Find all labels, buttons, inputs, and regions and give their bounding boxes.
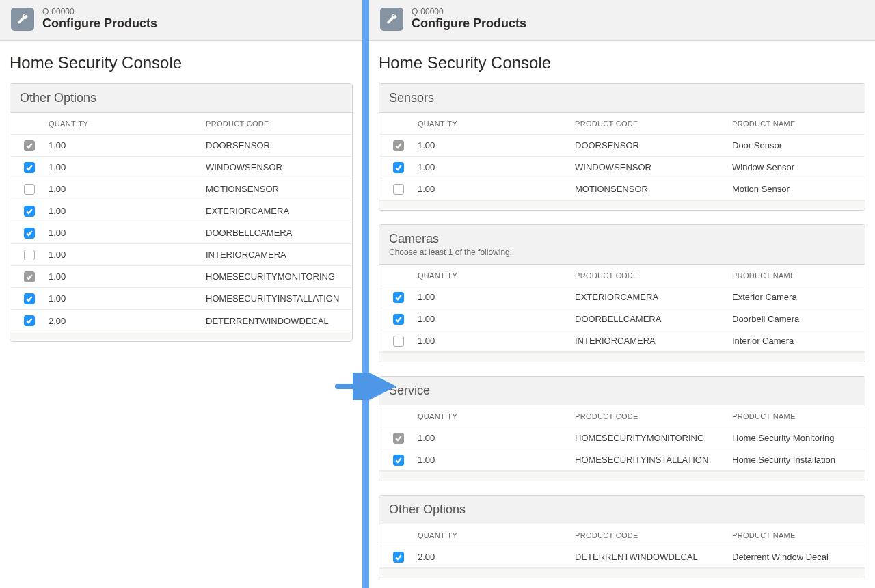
cell-quantity: 1.00 <box>415 310 572 328</box>
cell-quantity: 1.00 <box>415 180 572 198</box>
group-hint: Choose at least 1 of the following: <box>389 248 855 257</box>
group-footer <box>10 332 352 341</box>
cell-product-code: DOORSENSOR <box>203 136 352 155</box>
checkbox[interactable] <box>24 293 35 304</box>
col-product-code: PRODUCT CODE <box>572 407 729 426</box>
cell-quantity: 1.00 <box>46 267 203 286</box>
table-row: 1.00 HOMESECURITYMONITORING Home Securit… <box>379 427 865 449</box>
page-title-header: Configure Products <box>42 16 157 31</box>
checkbox[interactable] <box>393 552 404 563</box>
group-name: Sensors <box>389 91 855 105</box>
col-quantity: QUANTITY <box>415 266 572 285</box>
checkbox[interactable] <box>24 315 35 326</box>
cell-quantity: 1.00 <box>415 288 572 306</box>
col-product-code: PRODUCT CODE <box>572 526 729 545</box>
cell-product-name: Interior Camera <box>729 332 865 350</box>
col-quantity: QUANTITY <box>46 114 203 133</box>
group-footer <box>379 471 865 481</box>
cell-product-code: MOTIONSENSOR <box>203 180 352 198</box>
cell-product-code: WINDOWSENSOR <box>203 158 352 176</box>
table-row: 1.00 HOMESECURITYINSTALLATION <box>10 288 352 310</box>
group: Sensors QUANTITY PRODUCT CODE PRODUCT NA… <box>379 83 865 211</box>
checkbox <box>393 433 404 444</box>
table-row: 1.00 DOORSENSOR Door Sensor <box>379 135 865 157</box>
cell-product-code: DETERRENTWINDOWDECAL <box>572 548 729 566</box>
checkbox[interactable] <box>393 455 404 466</box>
panel-divider <box>362 0 369 588</box>
page-title: Home Security Console <box>10 53 353 72</box>
cell-product-name: Home Security Monitoring <box>729 429 865 447</box>
group-header: Sensors <box>379 84 865 113</box>
cell-quantity: 1.00 <box>415 429 572 447</box>
checkbox[interactable] <box>24 162 35 173</box>
cell-quantity: 1.00 <box>415 158 572 176</box>
cell-quantity: 1.00 <box>415 332 572 350</box>
table-row: 1.00 DOORBELLCAMERA Doorbell Camera <box>379 308 865 330</box>
checkbox <box>24 140 35 151</box>
table-row: 1.00 DOORBELLCAMERA <box>10 222 352 244</box>
cell-product-name: Doorbell Camera <box>729 310 865 328</box>
cell-quantity: 1.00 <box>46 202 203 220</box>
group-other-options: Other Options QUANTITY PRODUCT CODE 1.00… <box>10 83 353 342</box>
breadcrumb: Q-00000 <box>412 7 526 16</box>
cell-product-code: EXTERIORCAMERA <box>203 202 352 220</box>
group-header: Other Options <box>379 496 865 524</box>
checkbox[interactable] <box>393 184 404 195</box>
group-name: Other Options <box>20 91 342 105</box>
group-header: Service <box>379 377 865 405</box>
cell-product-code: HOMESECURITYINSTALLATION <box>203 289 352 308</box>
cell-quantity: 1.00 <box>46 158 203 176</box>
checkbox <box>393 140 404 151</box>
col-quantity: QUANTITY <box>415 407 572 426</box>
table-row: 1.00 WINDOWSENSOR Window Sensor <box>379 157 865 178</box>
breadcrumb: Q-00000 <box>42 7 157 16</box>
checkbox <box>24 271 35 282</box>
table-row: 1.00 HOMESECURITYMONITORING <box>10 266 352 288</box>
checkbox[interactable] <box>24 206 35 217</box>
checkbox[interactable] <box>393 336 404 347</box>
cell-product-code: WINDOWSENSOR <box>572 158 729 176</box>
cell-product-code: HOMESECURITYINSTALLATION <box>572 451 729 469</box>
header: Q-00000 Configure Products <box>0 0 362 41</box>
table-row: 1.00 EXTERIORCAMERA Exterior Camera <box>379 286 865 308</box>
group-name: Other Options <box>389 503 855 517</box>
cell-quantity: 1.00 <box>415 136 572 155</box>
cell-quantity: 1.00 <box>46 136 203 155</box>
col-product-name: PRODUCT NAME <box>729 266 865 285</box>
wrench-icon <box>11 8 34 31</box>
group-footer <box>379 352 865 362</box>
table-row: 1.00 EXTERIORCAMERA <box>10 200 352 222</box>
table-row: 1.00 MOTIONSENSOR <box>10 178 352 200</box>
cell-product-name: Window Sensor <box>729 158 865 176</box>
checkbox[interactable] <box>393 314 404 325</box>
group-footer <box>379 568 865 578</box>
table-row: 1.00 MOTIONSENSOR Motion Sensor <box>379 178 865 200</box>
cell-product-name: Door Sensor <box>729 136 865 155</box>
column-headers: QUANTITY PRODUCT CODE <box>10 113 352 135</box>
col-quantity: QUANTITY <box>415 526 572 545</box>
table-row: 1.00 WINDOWSENSOR <box>10 157 352 178</box>
header: Q-00000 Configure Products <box>369 0 875 41</box>
col-quantity: QUANTITY <box>415 114 572 133</box>
cell-product-code: MOTIONSENSOR <box>572 180 729 198</box>
checkbox[interactable] <box>393 292 404 303</box>
cell-product-code: HOMESECURITYMONITORING <box>203 267 352 286</box>
group: Service QUANTITY PRODUCT CODE PRODUCT NA… <box>379 376 865 481</box>
table-row: 2.00 DETERRENTWINDOWDECAL <box>10 310 352 332</box>
cell-product-code: DOORSENSOR <box>572 136 729 155</box>
checkbox[interactable] <box>24 250 35 260</box>
cell-product-code: INTERIORCAMERA <box>203 245 352 264</box>
checkbox[interactable] <box>393 162 404 173</box>
page-title-header: Configure Products <box>412 16 526 31</box>
col-product-name: PRODUCT NAME <box>729 407 865 426</box>
panel-before: Q-00000 Configure Products Home Security… <box>0 0 362 588</box>
col-product-name: PRODUCT NAME <box>729 114 865 133</box>
table-row: 1.00 HOMESECURITYINSTALLATION Home Secur… <box>379 449 865 471</box>
cell-quantity: 1.00 <box>46 224 203 242</box>
cell-quantity: 2.00 <box>415 548 572 566</box>
checkbox[interactable] <box>24 184 35 195</box>
column-headers: QUANTITY PRODUCT CODE PRODUCT NAME <box>379 265 865 286</box>
group-header: Other Options <box>10 84 352 113</box>
page-title: Home Security Console <box>379 53 865 72</box>
checkbox[interactable] <box>24 228 35 239</box>
